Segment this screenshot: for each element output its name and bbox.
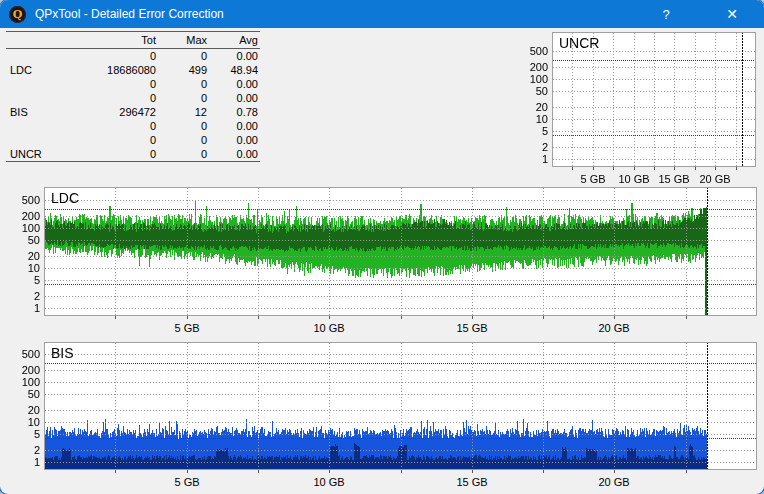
stat-value-avg: 0.00 [209, 147, 260, 161]
help-button[interactable]: ? [644, 0, 688, 28]
y-axis-tick-label: 200 [521, 61, 548, 73]
x-axis-tick-label: 5 GB [571, 173, 615, 185]
stat-value-max: 499 [158, 63, 209, 77]
stat-value-max: 12 [158, 105, 209, 119]
x-axis-tick-label: 15 GB [450, 322, 494, 334]
y-axis-tick-label: 100 [521, 73, 548, 85]
x-axis-tick-label: 5 GB [165, 322, 209, 334]
stat-value-tot: 0 [62, 119, 158, 133]
y-axis-tick-label: 10 [13, 416, 40, 428]
y-axis-tick-label: 100 [13, 376, 40, 388]
y-axis-tick-label: 5 [13, 428, 40, 440]
stat-value-avg: 0.00 [209, 91, 260, 105]
y-axis-tick-label: 50 [13, 234, 40, 246]
x-axis-tick-label: 10 GB [307, 476, 351, 488]
stat-value-tot: 296472 [62, 105, 158, 119]
stat-value-avg: 0.78 [209, 105, 260, 119]
stat-value-avg: 0.00 [209, 119, 260, 133]
titlebar[interactable]: Q QPxTool - Detailed Error Correction ? … [0, 0, 764, 28]
y-axis-tick-label: 1 [521, 153, 548, 165]
stats-corner-cell [6, 32, 62, 49]
qpxtool-app-icon: Q [9, 6, 26, 23]
ldc-chart-canvas [44, 187, 757, 320]
uncr-chart-canvas [552, 32, 756, 171]
stat-value-max: 0 [158, 49, 209, 63]
error-stats-table: TotMaxAvg000.00LDC1868608049948.94000.00… [6, 31, 260, 162]
stat-value-max: 0 [158, 91, 209, 105]
y-axis-tick-label: 100 [13, 222, 40, 234]
y-axis-tick-label: 1 [13, 456, 40, 468]
y-axis-tick-label: 500 [13, 348, 40, 360]
y-axis-tick-label: 10 [13, 262, 40, 274]
y-axis-tick-label: 2 [13, 444, 40, 456]
stats-row-label [6, 77, 62, 91]
qpxtool-logo-letter: Q [13, 9, 23, 20]
stats-row-label: LDC [6, 63, 62, 77]
stat-value-max: 0 [158, 147, 209, 161]
y-axis-tick-label: 50 [13, 388, 40, 400]
stats-row-label [6, 119, 62, 133]
stat-value-tot: 0 [62, 133, 158, 147]
y-axis-tick-label: 200 [13, 210, 40, 222]
uncr-chart-title: UNCR [559, 36, 599, 50]
stats-row-label [6, 133, 62, 147]
y-axis-tick-label: 5 [521, 125, 548, 137]
stat-value-avg: 0.00 [209, 133, 260, 147]
stat-value-tot: 0 [62, 147, 158, 161]
bis-chart-title: BIS [51, 346, 74, 360]
y-axis-tick-label: 5 [13, 274, 40, 286]
y-axis-tick-label: 20 [521, 101, 548, 113]
x-axis-tick-label: 10 GB [307, 322, 351, 334]
y-axis-tick-label: 20 [13, 404, 40, 416]
column-header: Max [158, 32, 209, 49]
y-axis-tick-label: 10 [521, 113, 548, 125]
column-header: Tot [62, 32, 158, 49]
x-axis-tick-label: 15 GB [450, 476, 494, 488]
stat-value-tot: 18686080 [62, 63, 158, 77]
stat-value-max: 0 [158, 133, 209, 147]
y-axis-tick-label: 20 [13, 250, 40, 262]
y-axis-tick-label: 2 [13, 290, 40, 302]
y-axis-tick-label: 200 [13, 364, 40, 376]
stats-row-label: BIS [6, 105, 62, 119]
stats-row-label [6, 91, 62, 105]
ldc-chart-title: LDC [51, 191, 79, 205]
qpxtool-window: Q QPxTool - Detailed Error Correction ? … [0, 0, 764, 494]
y-axis-tick-label: 500 [521, 45, 548, 57]
stat-value-tot: 0 [62, 91, 158, 105]
bis-chart-canvas [44, 342, 757, 474]
x-axis-tick-label: 15 GB [652, 173, 696, 185]
stats-row-label: UNCR [6, 147, 62, 161]
stat-value-tot: 0 [62, 49, 158, 63]
stat-value-avg: 48.94 [209, 63, 260, 77]
y-axis-tick-label: 2 [521, 141, 548, 153]
x-axis-tick-label: 20 GB [592, 476, 636, 488]
close-button[interactable]: ✕ [710, 0, 754, 28]
x-axis-tick-label: 10 GB [612, 173, 656, 185]
stat-value-avg: 0.00 [209, 49, 260, 63]
x-axis-tick-label: 20 GB [592, 322, 636, 334]
window-title: QPxTool - Detailed Error Correction [35, 7, 224, 21]
y-axis-tick-label: 500 [13, 194, 40, 206]
y-axis-tick-label: 1 [13, 302, 40, 314]
y-axis-tick-label: 50 [521, 85, 548, 97]
column-header: Avg [209, 32, 260, 49]
stats-row-label [6, 49, 62, 63]
x-axis-tick-label: 5 GB [165, 476, 209, 488]
stat-value-max: 0 [158, 119, 209, 133]
stat-value-avg: 0.00 [209, 77, 260, 91]
stat-value-max: 0 [158, 77, 209, 91]
x-axis-tick-label: 20 GB [693, 173, 737, 185]
stat-value-tot: 0 [62, 77, 158, 91]
